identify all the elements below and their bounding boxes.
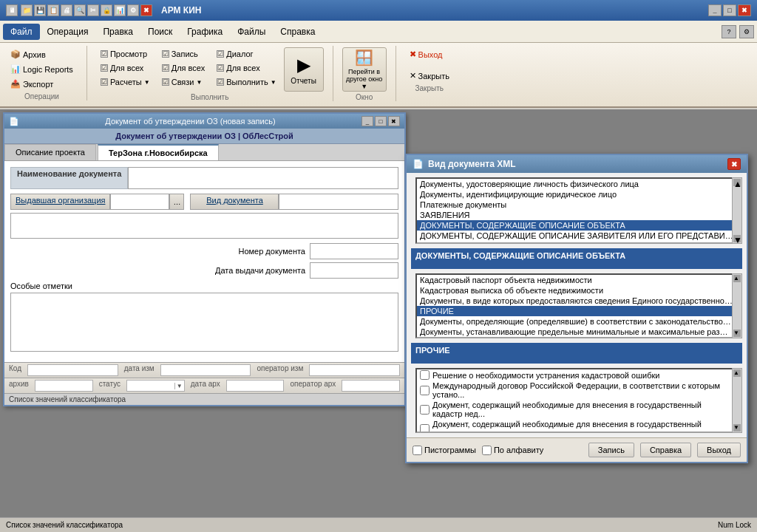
scroll-up-1[interactable]: ▲ xyxy=(733,179,741,186)
xml-item-2-0[interactable]: Кадастровый паспорт объекта недвижимости xyxy=(417,275,736,285)
kod-input[interactable] xyxy=(27,364,118,376)
ribbon-btn-export[interactable]: 📤 Экспорт xyxy=(6,77,78,91)
xml-item-3-2-text[interactable]: Документ, содержащий необходимые для вне… xyxy=(432,400,733,418)
arhiv-input[interactable] xyxy=(35,380,93,392)
xml-list2[interactable]: Кадастровый паспорт объекта недвижимости… xyxy=(415,273,738,338)
operator-izm-input[interactable] xyxy=(309,364,400,376)
xml-item-1-1[interactable]: Документы, идентифицирующие юридическое … xyxy=(417,189,736,200)
ribbon-btn-zapis[interactable]: ☑ Запись xyxy=(157,47,209,61)
close-btn[interactable]: ✖ xyxy=(738,4,751,16)
naim-value-field[interactable] xyxy=(128,167,398,189)
ribbon-btn-dialog[interactable]: ☑ Диалог xyxy=(212,47,280,61)
vid-doc-btn[interactable]: Вид документа xyxy=(190,194,279,210)
xml-item-3-0-text[interactable]: Решение о необходимости устранения кадас… xyxy=(432,371,659,380)
scrollbar-3[interactable]: ▲ ▼ xyxy=(732,368,742,433)
po-alfavitu-checkbox[interactable] xyxy=(482,446,492,455)
doc-minimize-btn[interactable]: _ xyxy=(361,116,373,126)
xml-item-3-1-text[interactable]: Международный договор Российской Федерац… xyxy=(432,381,733,399)
org-detail-area[interactable] xyxy=(10,213,398,239)
scroll-down-2[interactable]: ▼ xyxy=(733,330,741,337)
tab-opisanie[interactable]: Описание проекта xyxy=(4,144,96,160)
vydavshaya-btn[interactable]: Выдавшая организация xyxy=(10,194,110,210)
data-arh-input[interactable] xyxy=(226,380,285,392)
tb-icon-9[interactable]: ⚙ xyxy=(127,4,139,16)
operator-arh-input[interactable] xyxy=(342,380,400,392)
menu-settings-btn[interactable]: ⚙ xyxy=(739,25,754,38)
tb-icon-7[interactable]: 🔒 xyxy=(101,4,112,16)
scroll-down-1[interactable]: ▼ xyxy=(733,235,741,242)
ribbon-btn-raschety[interactable]: ☑ Связи ▼ xyxy=(157,75,209,89)
maximize-btn[interactable]: □ xyxy=(723,4,736,16)
xml-item-1-3[interactable]: ЗАЯВЛЕНИЯ xyxy=(417,210,736,220)
menu-file[interactable]: Файл xyxy=(3,24,40,40)
xml-item-2-3[interactable]: ПРОЧИЕ xyxy=(417,306,736,316)
tb-icon-close[interactable]: ✖ xyxy=(140,4,152,16)
scrollbar-2[interactable]: ▲ ▼ xyxy=(732,273,742,338)
menu-help[interactable]: Справка xyxy=(273,24,322,40)
osobye-textarea[interactable] xyxy=(10,293,398,352)
tb-icon-5[interactable]: 🔍 xyxy=(74,4,86,16)
xml-checkbox-3-2[interactable] xyxy=(420,405,430,415)
xml-checkbox-3-1[interactable] xyxy=(420,386,430,395)
xml-item-2-5[interactable]: Документы, устанавливающие предельные ми… xyxy=(417,327,736,337)
xml-checkbox-3-0[interactable] xyxy=(420,370,430,380)
data-vydachi-input[interactable] xyxy=(310,262,398,279)
ribbon-btn-otchety[interactable]: ☑ Расчеты ▼ xyxy=(96,75,155,89)
menu-search[interactable]: Поиск xyxy=(140,24,180,40)
xml-item-3-3-text[interactable]: Документ, содержащий необходимые для вне… xyxy=(432,420,733,433)
ribbon-group-execute: ☑ Просмотр ☑ Для всех ☑ Расчеты ▼ ☑ Запи… xyxy=(96,46,333,101)
zapis-button[interactable]: Запись xyxy=(588,443,634,457)
ribbon-btn-preview[interactable]: ☑ Просмотр xyxy=(96,47,155,61)
xml-item-2-4[interactable]: Документы, определяющие (определявшие) в… xyxy=(417,316,736,327)
doc-maximize-btn[interactable]: □ xyxy=(375,116,387,126)
vyhod-button[interactable]: Выход xyxy=(697,443,741,457)
tb-icon-3[interactable]: 📋 xyxy=(47,4,59,16)
tb-icon-2[interactable]: 💾 xyxy=(34,4,46,16)
ribbon-btn-archive[interactable]: 📦 Архив xyxy=(6,47,78,61)
tb-icon-6[interactable]: ✂ xyxy=(87,4,99,16)
xml-checkbox-3-3[interactable] xyxy=(420,424,430,434)
xml-list1[interactable]: Документы, удостоверяющие личность физич… xyxy=(415,177,738,244)
xml-item-2-2[interactable]: Документы, в виде которых предоставляютс… xyxy=(417,296,736,306)
xml-item-1-0[interactable]: Документы, удостоверяющие личность физич… xyxy=(417,179,736,189)
ribbon-btn-dlya-vsekh-1[interactable]: ☑ Для всех xyxy=(96,61,155,75)
xml-item-1-4[interactable]: ДОКУМЕНТЫ, СОДЕРЖАЩИЕ ОПИСАНИЕ ОБЪЕКТА xyxy=(417,220,736,231)
ribbon-btn-dlya-vsekh-3[interactable]: ☑ Для всех xyxy=(212,61,280,75)
data-izm-input[interactable] xyxy=(160,364,251,376)
ribbon-btn-dlya-vsekh-2[interactable]: ☑ Для всех xyxy=(157,61,209,75)
status-dropdown-arrow[interactable]: ▼ xyxy=(174,383,184,389)
tb-icon-4[interactable]: 🖨 xyxy=(61,4,72,16)
vydavshaya-ellipsis[interactable]: … xyxy=(169,194,184,210)
doc-close-btn[interactable]: ✖ xyxy=(388,116,400,126)
scroll-up-3[interactable]: ▲ xyxy=(733,369,741,377)
menu-files[interactable]: Файлы xyxy=(230,24,273,40)
status-dropdown[interactable]: ▼ xyxy=(126,380,185,392)
ribbon-btn-close[interactable]: ✕ Закрыть xyxy=(405,69,454,83)
spravka-button[interactable]: Справка xyxy=(640,443,691,457)
scroll-down-3[interactable]: ▼ xyxy=(733,424,741,432)
nomer-input[interactable] xyxy=(310,243,398,259)
xml-item-1-5[interactable]: ДОКУМЕНТЫ, СОДЕРЖАЩИЕ ОПИСАНИЕ ЗАЯВИТЕЛЯ… xyxy=(417,231,736,241)
ribbon-btn-execute-large[interactable]: ▶ Отчеты xyxy=(284,47,324,92)
menu-graphics[interactable]: Графика xyxy=(180,24,230,40)
xml-item-2-1[interactable]: Кадастровая выписка об объекте недвижимо… xyxy=(417,285,736,296)
ribbon-btn-svyazi[interactable]: ☑ Выполнить ▼ xyxy=(212,75,280,89)
vydavshaya-value[interactable] xyxy=(110,194,169,210)
tb-icon-8[interactable]: 📊 xyxy=(114,4,126,16)
scroll-up-2[interactable]: ▲ xyxy=(733,275,741,282)
pistogrammy-checkbox[interactable] xyxy=(413,446,422,455)
scrollbar-1[interactable]: ▲ ▼ xyxy=(732,177,742,244)
xml-item-1-2[interactable]: Платежные документы xyxy=(417,200,736,210)
menu-operation[interactable]: Операция xyxy=(40,24,96,40)
xml-list3[interactable]: Решение о необходимости устранения кадас… xyxy=(415,368,738,433)
xml-close-button[interactable]: ✖ xyxy=(727,158,741,170)
tab-terzona[interactable]: ТерЗона г.Новосибирска xyxy=(98,144,219,160)
menu-help-btn[interactable]: ? xyxy=(722,25,736,38)
ribbon-btn-logic-reports[interactable]: 📊 Logic Reports xyxy=(6,62,78,76)
menu-edit[interactable]: Правка xyxy=(95,24,140,40)
tb-icon-1[interactable]: 📁 xyxy=(21,4,33,16)
minimize-btn[interactable]: _ xyxy=(708,4,722,16)
ribbon-btn-switch-window[interactable]: 🪟 Перейти в другое окно ▼ xyxy=(342,47,387,92)
vid-doc-value[interactable] xyxy=(279,194,398,210)
ribbon-btn-exit[interactable]: ✖ Выход xyxy=(405,47,454,61)
